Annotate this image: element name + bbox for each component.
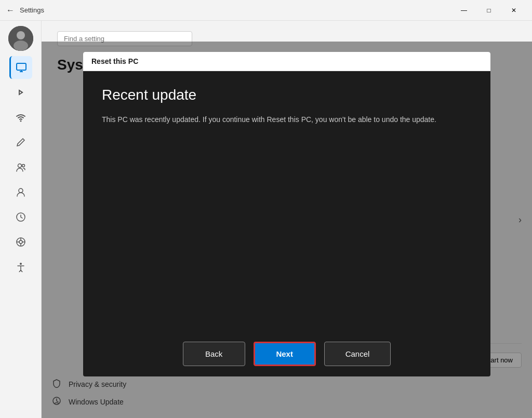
maximize-button[interactable]: □ — [477, 2, 501, 19]
modal-description: This PC was recently updated. If you con… — [102, 114, 455, 125]
svg-point-9 — [19, 188, 23, 193]
sidebar-icon-gaming[interactable] — [9, 231, 32, 253]
sidebar-icon-user[interactable] — [9, 181, 32, 204]
close-button[interactable]: ✕ — [502, 2, 526, 19]
title-bar: ← Settings — □ ✕ — [0, 0, 532, 21]
sidebar-icon-accessibility[interactable] — [9, 255, 32, 278]
svg-point-12 — [19, 240, 22, 244]
sidebar-icon-wifi[interactable] — [9, 106, 32, 129]
main-content: System › Recovery › Advanced startup Res… — [42, 21, 532, 418]
svg-rect-3 — [17, 63, 26, 70]
svg-point-2 — [14, 41, 28, 51]
next-button[interactable]: Next — [254, 342, 316, 366]
sidebar-icon-pen[interactable] — [9, 131, 32, 154]
svg-point-7 — [18, 164, 21, 168]
modal-titlebar: Reset this PC — [83, 52, 490, 71]
svg-point-6 — [20, 120, 21, 122]
minimize-button[interactable]: — — [452, 2, 476, 19]
avatar[interactable] — [8, 26, 33, 51]
sidebar-icon-accounts[interactable] — [9, 156, 32, 179]
app-title: Settings — [20, 6, 44, 14]
sidebar — [0, 21, 42, 418]
sidebar-icon-monitor[interactable] — [9, 56, 32, 79]
svg-point-8 — [22, 165, 24, 167]
sidebar-icon-bluetooth[interactable] — [9, 81, 32, 104]
sidebar-icon-time[interactable] — [9, 206, 32, 228]
modal-body: Recent update This PC was recently updat… — [83, 71, 490, 331]
window-controls: — □ ✕ — [452, 2, 526, 19]
app-body: System › Recovery › Advanced startup Res… — [0, 21, 532, 418]
modal-heading: Recent update — [102, 87, 472, 103]
modal-footer: Back Next Cancel — [83, 331, 490, 376]
cancel-button[interactable]: Cancel — [324, 342, 391, 366]
reset-pc-dialog: Reset this PC Recent update This PC was … — [83, 52, 490, 376]
back-button[interactable]: ← — [6, 6, 15, 15]
svg-point-17 — [20, 263, 22, 265]
svg-point-1 — [17, 31, 25, 39]
back-button[interactable]: Back — [183, 342, 245, 366]
